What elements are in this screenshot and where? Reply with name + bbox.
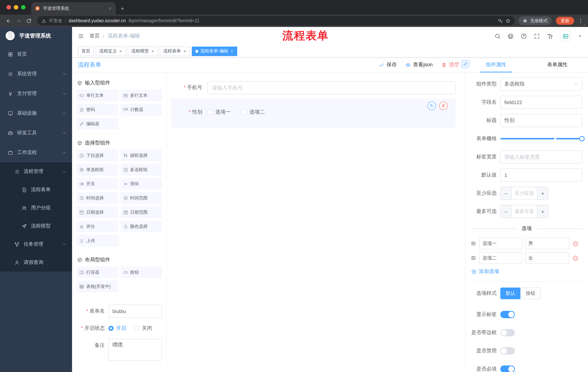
- sidebar-item-task-mgmt[interactable]: 任务管理: [0, 235, 72, 253]
- phone-input[interactable]: [207, 81, 456, 94]
- palette-item-password[interactable]: 密码: [76, 104, 118, 115]
- sidebar-item-devtools[interactable]: 研发工具: [0, 123, 72, 143]
- sidebar-item-process-form[interactable]: 流程表单: [0, 181, 72, 199]
- slider-handle[interactable]: [579, 136, 585, 141]
- maximize-window-button[interactable]: [21, 5, 25, 10]
- sidebar-item-payment[interactable]: ¥ 支付管理: [0, 84, 72, 103]
- required-toggle[interactable]: [500, 365, 515, 372]
- github-icon[interactable]: [508, 33, 514, 39]
- tag-home[interactable]: 首页: [78, 46, 94, 56]
- breadcrumb-home[interactable]: 首页: [90, 33, 100, 39]
- fullscreen-icon[interactable]: [534, 33, 540, 39]
- palette-item-cascader[interactable]: 级联选择: [120, 149, 162, 161]
- max-select-input[interactable]: 最多可选: [512, 205, 537, 218]
- palette-item-row-container[interactable]: 行容器: [76, 266, 118, 278]
- border-toggle[interactable]: [500, 329, 515, 336]
- duplicate-component-button[interactable]: [428, 102, 436, 110]
- password-key-icon[interactable]: [498, 18, 503, 23]
- form-grid-slider[interactable]: [500, 132, 582, 145]
- tab-component-props[interactable]: 组件属性: [465, 57, 527, 72]
- stepper-plus-button[interactable]: +: [537, 187, 548, 200]
- palette-item-select[interactable]: 下拉选择: [76, 149, 118, 161]
- palette-item-date-range[interactable]: 日期范围: [120, 206, 162, 218]
- style-default-button[interactable]: 默认: [500, 287, 521, 299]
- clear-button[interactable]: 清空: [441, 62, 459, 68]
- sidebar-item-process-model[interactable]: 流程模型: [0, 217, 72, 235]
- gender-option-1-checkbox[interactable]: 选项一: [207, 109, 231, 115]
- reload-button[interactable]: [24, 16, 33, 25]
- slider-track[interactable]: [500, 138, 582, 139]
- disabled-toggle[interactable]: [500, 347, 515, 354]
- tag-process-form[interactable]: 流程表单: [160, 46, 190, 56]
- sidebar-item-workflow[interactable]: 工作流程: [0, 143, 72, 162]
- palette-item-slider[interactable]: 滑块: [120, 178, 162, 190]
- sidebar-item-leave-query[interactable]: 请假查询: [0, 253, 72, 272]
- tag-close-icon[interactable]: [119, 50, 122, 53]
- browser-tab[interactable]: 芋道管理系统: [31, 2, 116, 15]
- minimize-window-button[interactable]: [14, 5, 18, 10]
- option-1-label-input[interactable]: [479, 238, 522, 249]
- palette-item-table[interactable]: 表格[开发中]: [76, 281, 118, 292]
- save-button[interactable]: 保存: [379, 62, 397, 68]
- palette-item-rate[interactable]: 评分: [76, 221, 118, 232]
- palette-item-date-picker[interactable]: 日期选择: [76, 206, 118, 218]
- stepper-minus-button[interactable]: −: [501, 187, 512, 200]
- component-type-select[interactable]: 多选框组: [500, 77, 582, 91]
- form-remark-textarea[interactable]: 嘿嘿: [108, 339, 162, 361]
- status-radio-on[interactable]: 开启: [108, 325, 126, 332]
- tag-close-icon[interactable]: [183, 50, 186, 53]
- option-1-value-input[interactable]: [525, 238, 569, 249]
- tab-close-icon[interactable]: [108, 7, 112, 10]
- font-size-icon[interactable]: [547, 33, 553, 39]
- new-tab-button[interactable]: [120, 6, 125, 11]
- delete-component-button[interactable]: [439, 102, 448, 110]
- search-icon[interactable]: [494, 33, 501, 39]
- sidebar-toggle-icon[interactable]: [78, 33, 84, 39]
- doc-link-button[interactable]: [461, 60, 469, 68]
- palette-item-time-picker[interactable]: 时间选择: [76, 192, 118, 204]
- title-input[interactable]: [500, 114, 582, 127]
- sidebar-item-process-mgmt[interactable]: 流程管理: [0, 162, 72, 181]
- option-2-value-input[interactable]: [525, 252, 569, 264]
- forward-button[interactable]: [14, 16, 23, 25]
- view-json-button[interactable]: 查看json: [406, 62, 433, 68]
- palette-item-single-text[interactable]: 单行文本: [76, 90, 118, 101]
- palette-item-textarea[interactable]: 多行文本: [120, 90, 162, 101]
- back-button[interactable]: [4, 16, 13, 25]
- status-radio-off[interactable]: 关闭: [134, 325, 152, 332]
- tag-process-definition[interactable]: 流程定义: [96, 46, 126, 56]
- stepper-plus-button[interactable]: +: [537, 205, 548, 218]
- palette-item-button[interactable]: 按钮: [120, 266, 162, 278]
- palette-item-switch[interactable]: 开关: [76, 178, 118, 190]
- user-avatar[interactable]: [560, 31, 571, 42]
- tab-form-props[interactable]: 表单属性: [527, 57, 588, 72]
- tag-close-icon[interactable]: [151, 50, 154, 53]
- tag-process-form-edit[interactable]: 流程表单-编辑: [192, 46, 237, 56]
- drag-handle-icon[interactable]: [471, 255, 476, 261]
- palette-item-counter[interactable]: 123计数器: [120, 104, 162, 115]
- palette-item-color-picker[interactable]: 颜色选择: [120, 221, 162, 232]
- label-width-input[interactable]: [500, 150, 582, 163]
- toolbar-chevron-icon[interactable]: [583, 23, 586, 27]
- palette-item-upload[interactable]: 上传: [76, 235, 118, 246]
- field-name-input[interactable]: [500, 96, 582, 109]
- option-2-label-input[interactable]: [479, 252, 522, 264]
- tag-close-icon[interactable]: [230, 50, 234, 53]
- close-window-button[interactable]: [7, 5, 11, 10]
- tag-process-model[interactable]: 流程模型: [128, 46, 158, 56]
- canvas-field-phone[interactable]: 手机号: [171, 81, 456, 94]
- palette-item-checkbox-group[interactable]: 多选框组: [120, 164, 162, 175]
- min-select-input[interactable]: 至少应选: [512, 187, 537, 200]
- add-option-button[interactable]: 添加选项: [471, 268, 582, 275]
- canvas-field-gender-selected[interactable]: 性别 选项一 选项二: [171, 99, 456, 128]
- avatar-caret-icon[interactable]: [578, 34, 582, 38]
- palette-item-radio-group[interactable]: 单选框组: [76, 164, 118, 175]
- default-value-input[interactable]: [500, 169, 582, 182]
- stepper-minus-button[interactable]: −: [501, 205, 512, 218]
- sidebar-item-infra[interactable]: 基础设施: [0, 103, 72, 123]
- style-button-button[interactable]: 按钮: [520, 287, 541, 299]
- show-label-toggle[interactable]: [500, 311, 515, 318]
- remove-option-icon[interactable]: [572, 255, 578, 261]
- form-name-input[interactable]: [108, 305, 162, 318]
- sidebar-item-user-group[interactable]: 用户分组: [0, 199, 72, 217]
